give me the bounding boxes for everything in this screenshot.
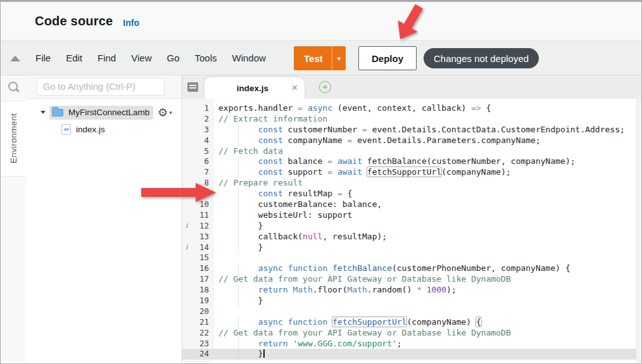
code-line-text[interactable]: callback(null, resultMap); — [214, 232, 641, 242]
code-line[interactable]: 14i } — [182, 242, 641, 253]
code-line-text[interactable]: } — [214, 221, 641, 232]
code-line-text[interactable]: // Get data from your API Gateway or Dat… — [214, 274, 641, 285]
environment-tab[interactable]: Environment — [1, 101, 26, 177]
tab-close-icon[interactable]: × — [292, 83, 298, 93]
line-number: 2 — [182, 114, 214, 125]
line-number: 6 — [182, 156, 214, 167]
test-dropdown-caret[interactable]: ▾ — [332, 46, 346, 70]
code-line[interactable]: 23 return 'www.GGG.com/support'; — [182, 339, 641, 349]
code-line-text[interactable]: const balance = await fetchBalance(custo… — [214, 156, 641, 167]
code-line[interactable]: 3 const customerNumber = event.Details.C… — [182, 125, 641, 135]
code-line-text[interactable]: return 'www.GGG.com/support'; — [214, 339, 641, 349]
code-line-text[interactable]: async function fetchBalance(customerPhon… — [214, 263, 641, 274]
gear-icon: ⚙ — [158, 107, 168, 118]
indent-guide — [238, 199, 239, 210]
folder-expand-caret-icon[interactable] — [41, 111, 46, 114]
goto-anything-input[interactable] — [37, 78, 165, 96]
indent-guide — [238, 285, 239, 296]
editor-scrollbar[interactable] — [636, 99, 641, 363]
tab-list-icon[interactable] — [187, 82, 198, 94]
menu-item-window[interactable]: Window — [232, 53, 266, 63]
code-line[interactable]: 18 return Math.floor(Math.random() * 100… — [182, 285, 641, 296]
code-line[interactable]: 8// Prepare result — [182, 178, 641, 189]
line-number: 22 — [182, 328, 214, 339]
code-line-text[interactable]: async function fetchSupportUrl(companyNa… — [214, 317, 641, 328]
code-line[interactable]: 22// Get data from your API Gateway or D… — [182, 328, 641, 339]
menu-item-view[interactable]: View — [131, 53, 151, 63]
code-line-text[interactable]: websiteUrl: support — [214, 210, 641, 221]
code-line-text[interactable]: const resultMap = { — [214, 189, 641, 199]
test-button[interactable]: Test ▾ — [294, 46, 346, 70]
new-tab-button[interactable]: + — [319, 81, 331, 93]
code-line[interactable]: 6 const balance = await fetchBalance(cus… — [182, 156, 641, 167]
menu-item-file[interactable]: File — [35, 53, 51, 63]
code-line-text[interactable]: exports.handler = async (event, context,… — [214, 103, 641, 114]
code-line-text[interactable]: // Extract information — [214, 114, 641, 125]
code-line-text[interactable]: // Prepare result — [214, 178, 641, 189]
gear-caret-icon: ▾ — [169, 110, 172, 116]
line-number: 5 — [182, 146, 214, 157]
code-line[interactable]: 12i } — [182, 221, 641, 232]
code-line-text[interactable]: // Fetch data — [214, 146, 641, 157]
code-line-text[interactable] — [214, 306, 641, 317]
indent-guide — [238, 125, 239, 135]
tree-file-row[interactable]: <> index.js — [26, 121, 182, 138]
folder-name: MyFirstConnectLamb — [68, 108, 149, 117]
code-line-text[interactable]: } — [214, 296, 641, 306]
line-number: 21 — [182, 317, 214, 328]
code-line-text[interactable] — [214, 253, 641, 263]
code-line[interactable]: 16 async function fetchBalance(customerP… — [182, 263, 641, 274]
code-line[interactable]: 13 callback(null, resultMap); — [182, 232, 641, 242]
line-number: 20 — [182, 306, 214, 317]
tree-folder-row[interactable]: MyFirstConnectLamb ⚙ ▾ — [26, 104, 182, 121]
info-link[interactable]: Info — [123, 18, 139, 28]
code-line[interactable]: 2// Extract information — [182, 114, 641, 125]
menu-item-go[interactable]: Go — [167, 53, 179, 63]
code-line[interactable]: 21 async function fetchSupportUrl(compan… — [182, 317, 641, 328]
menu-item-edit[interactable]: Edit — [66, 53, 82, 63]
code-line-text[interactable]: customerBalance: balance, — [214, 199, 641, 210]
code-line[interactable]: 10 customerBalance: balance, — [182, 199, 641, 210]
code-area[interactable]: 1exports.handler = async (event, context… — [182, 99, 641, 363]
indent-guide — [238, 296, 239, 306]
collapse-panel-icon[interactable] — [10, 56, 20, 61]
indent-guide — [238, 167, 239, 178]
code-line[interactable]: 9 const resultMap = { — [182, 189, 641, 199]
code-line[interactable]: 15 — [182, 253, 641, 263]
goto-anything-row — [26, 75, 182, 99]
line-number: 19 — [182, 296, 214, 306]
indent-guide — [238, 339, 239, 349]
code-line-text[interactable]: } — [214, 349, 641, 360]
menu-item-find[interactable]: Find — [98, 53, 116, 63]
line-number: 17 — [182, 274, 214, 285]
folder-settings-button[interactable]: ⚙ ▾ — [158, 107, 172, 118]
code-line[interactable]: 4 const companyName = event.Details.Para… — [182, 135, 641, 146]
text-cursor — [263, 349, 265, 358]
code-line-text[interactable]: // Get data from your API Gateway or Dat… — [214, 328, 641, 339]
deploy-button[interactable]: Deploy — [358, 46, 417, 70]
code-line-text[interactable]: return Math.floor(Math.random() * 1000); — [214, 285, 641, 296]
editor-pane: index.js × + 1exports.handler = async (e… — [182, 75, 641, 363]
code-line[interactable]: 1exports.handler = async (event, context… — [182, 103, 641, 114]
tab-indexjs[interactable]: index.js × — [205, 77, 305, 99]
line-number: 12i — [182, 221, 214, 232]
code-line-text[interactable]: const companyName = event.Details.Parame… — [214, 135, 641, 146]
code-line[interactable]: 19 } — [182, 296, 641, 306]
code-line[interactable]: 20 — [182, 306, 641, 317]
code-line[interactable]: 24 } — [182, 349, 641, 360]
indent-guide — [238, 242, 239, 253]
code-line-text[interactable]: const customerNumber = event.Details.Con… — [214, 125, 641, 135]
code-line-text[interactable]: const support = await fetchSupportUrl(co… — [214, 167, 641, 178]
code-line[interactable]: 11 websiteUrl: support — [182, 210, 641, 221]
code-line[interactable]: 17// Get data from your API Gateway or D… — [182, 274, 641, 285]
code-line-text[interactable]: } — [214, 242, 641, 253]
code-line[interactable]: 5// Fetch data — [182, 146, 641, 157]
line-number: 3 — [182, 125, 214, 135]
tab-bar: index.js × + — [182, 75, 641, 99]
code-line[interactable]: 7 const support = await fetchSupportUrl(… — [182, 167, 641, 178]
test-button-label[interactable]: Test — [294, 46, 332, 70]
line-number: 14i — [182, 242, 214, 253]
line-number: 15 — [182, 253, 214, 263]
menu-item-tools[interactable]: Tools — [194, 53, 217, 63]
selected-folder[interactable]: MyFirstConnectLamb — [49, 106, 153, 120]
